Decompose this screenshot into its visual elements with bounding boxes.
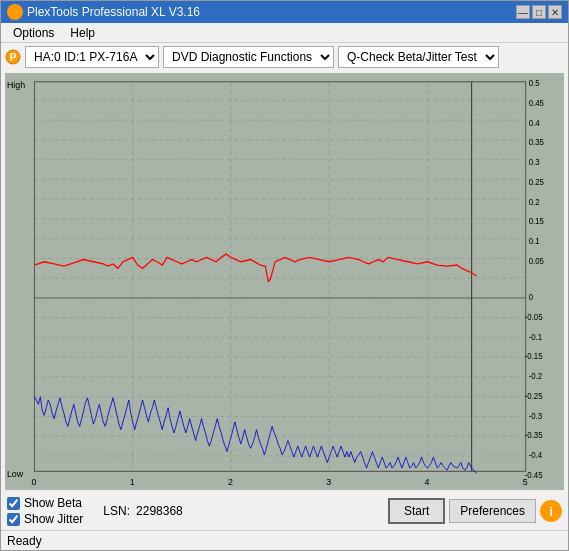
svg-rect-3 bbox=[34, 82, 525, 472]
svg-text:-0.05: -0.05 bbox=[525, 311, 543, 322]
svg-text:0.15: 0.15 bbox=[529, 216, 545, 227]
svg-text:0.3: 0.3 bbox=[529, 157, 540, 168]
show-beta-checkbox[interactable] bbox=[7, 497, 20, 510]
app-icon bbox=[7, 4, 23, 20]
function-select[interactable]: DVD Diagnostic Functions bbox=[163, 46, 334, 68]
info-button[interactable]: i bbox=[540, 500, 562, 522]
maximize-button[interactable]: □ bbox=[532, 5, 546, 19]
start-button[interactable]: Start bbox=[388, 498, 445, 524]
menu-bar: Options Help bbox=[1, 23, 568, 43]
show-beta-row: Show Beta bbox=[7, 496, 83, 510]
show-jitter-label: Show Jitter bbox=[24, 512, 83, 526]
svg-text:0.05: 0.05 bbox=[529, 256, 545, 267]
svg-text:Low: Low bbox=[7, 468, 23, 479]
svg-text:5: 5 bbox=[523, 476, 528, 487]
chart-svg: High Low 0.5 0.45 0.4 0.35 0.3 0.25 0.2 … bbox=[5, 73, 564, 490]
svg-text:-0.25: -0.25 bbox=[525, 390, 543, 401]
svg-text:0.2: 0.2 bbox=[529, 196, 540, 207]
svg-text:0.35: 0.35 bbox=[529, 137, 545, 148]
preferences-button[interactable]: Preferences bbox=[449, 499, 536, 523]
close-button[interactable]: ✕ bbox=[548, 5, 562, 19]
help-menu[interactable]: Help bbox=[62, 24, 103, 42]
svg-text:P: P bbox=[10, 52, 17, 63]
drive-select[interactable]: HA:0 ID:1 PX-716A bbox=[25, 46, 159, 68]
svg-text:0.1: 0.1 bbox=[529, 236, 540, 247]
status-bar: Ready bbox=[1, 530, 568, 550]
show-beta-label: Show Beta bbox=[24, 496, 82, 510]
svg-text:1: 1 bbox=[130, 476, 135, 487]
svg-text:-0.3: -0.3 bbox=[529, 410, 543, 421]
checkbox-group: Show Beta Show Jitter bbox=[7, 496, 83, 526]
toolbar: P HA:0 ID:1 PX-716A DVD Diagnostic Funct… bbox=[1, 43, 568, 71]
bottom-bar: Show Beta Show Jitter LSN: 2298368 Start… bbox=[1, 492, 568, 530]
svg-text:4: 4 bbox=[424, 476, 429, 487]
title-bar: PlexTools Professional XL V3.16 — □ ✕ bbox=[1, 1, 568, 23]
show-jitter-checkbox[interactable] bbox=[7, 513, 20, 526]
show-jitter-row: Show Jitter bbox=[7, 512, 83, 526]
title-buttons: — □ ✕ bbox=[516, 5, 562, 19]
svg-text:3: 3 bbox=[326, 476, 331, 487]
minimize-button[interactable]: — bbox=[516, 5, 530, 19]
svg-text:2: 2 bbox=[228, 476, 233, 487]
svg-text:-0.1: -0.1 bbox=[529, 331, 543, 342]
svg-text:0.25: 0.25 bbox=[529, 177, 545, 188]
svg-text:-0.2: -0.2 bbox=[529, 371, 543, 382]
action-area: Start Preferences i bbox=[388, 498, 562, 524]
svg-text:-0.15: -0.15 bbox=[525, 351, 543, 362]
main-window: PlexTools Professional XL V3.16 — □ ✕ Op… bbox=[0, 0, 569, 551]
chart-area: High Low 0.5 0.45 0.4 0.35 0.3 0.25 0.2 … bbox=[5, 73, 564, 490]
options-menu[interactable]: Options bbox=[5, 24, 62, 42]
svg-text:0.45: 0.45 bbox=[529, 97, 545, 108]
svg-text:0.4: 0.4 bbox=[529, 117, 540, 128]
svg-text:0.5: 0.5 bbox=[529, 78, 540, 89]
svg-text:0: 0 bbox=[529, 292, 534, 303]
status-text: Ready bbox=[7, 534, 42, 548]
drive-icon: P bbox=[5, 49, 21, 65]
svg-text:High: High bbox=[7, 80, 25, 91]
svg-text:0: 0 bbox=[32, 476, 37, 487]
svg-text:-0.4: -0.4 bbox=[529, 450, 543, 461]
lsn-value: 2298368 bbox=[136, 504, 183, 518]
lsn-label: LSN: bbox=[103, 504, 130, 518]
svg-text:-0.35: -0.35 bbox=[525, 430, 543, 441]
window-title: PlexTools Professional XL V3.16 bbox=[27, 5, 516, 19]
lsn-area: LSN: 2298368 bbox=[103, 504, 182, 518]
test-select[interactable]: Q-Check Beta/Jitter Test bbox=[338, 46, 499, 68]
